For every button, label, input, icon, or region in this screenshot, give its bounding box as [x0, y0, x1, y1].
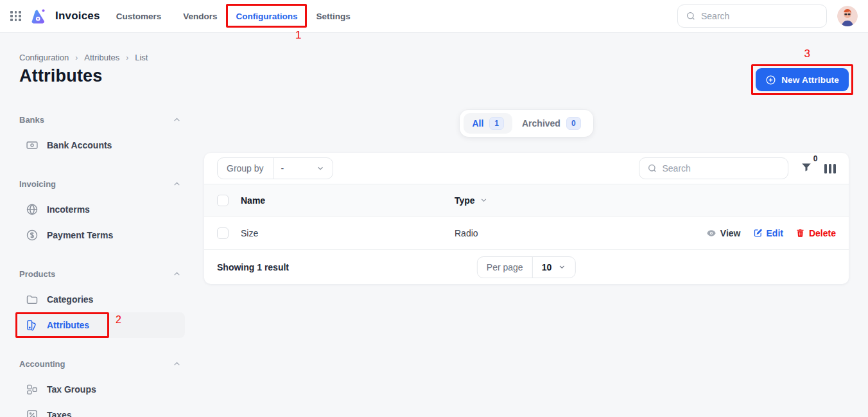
nav-customers[interactable]: Customers [105, 0, 173, 33]
per-page-select[interactable]: 10 [533, 257, 576, 278]
delete-action[interactable]: Delete [795, 228, 836, 238]
eye-icon [706, 228, 716, 238]
sidebar-item-label: Bank Accounts [47, 140, 112, 150]
filter-button[interactable]: 0 [801, 161, 812, 175]
funnel-icon [801, 161, 812, 175]
chevron-down-icon [558, 263, 566, 271]
section-title: Accounting [19, 359, 65, 369]
column-header-type-label: Type [455, 195, 475, 206]
sidebar-section-banks[interactable]: Banks [19, 107, 185, 132]
plus-circle-icon [765, 75, 776, 85]
breadcrumb-attributes[interactable]: Attributes [84, 53, 119, 62]
swatches-icon [26, 319, 39, 332]
sidebar-section-invoicing[interactable]: Invoicing [19, 171, 185, 197]
datagrid-search [639, 157, 788, 179]
tab-all-count-badge: 1 [489, 117, 504, 130]
new-attribute-label: New Attribute [781, 75, 839, 85]
chevron-up-icon [173, 360, 181, 368]
trash-icon [795, 228, 805, 238]
status-tabs-row: All 1 Archived 0 [204, 110, 849, 137]
nav-settings[interactable]: Settings [305, 0, 361, 33]
globe-icon [26, 203, 39, 216]
filter-count-badge: 0 [813, 154, 818, 163]
apps-grid-icon[interactable] [10, 11, 21, 21]
breadcrumb-separator-icon: › [75, 53, 78, 62]
user-avatar[interactable] [837, 6, 858, 26]
column-header-type[interactable]: Type [455, 195, 836, 206]
tab-archived[interactable]: Archived 0 [514, 113, 589, 134]
sidebar-item-taxes[interactable]: Taxes [19, 402, 185, 417]
pencil-square-icon [753, 228, 763, 238]
columns-icon[interactable] [824, 164, 837, 173]
breadcrumb-configuration[interactable]: Configuration [19, 53, 69, 62]
group-by-value: - [281, 163, 284, 173]
nav-vendors[interactable]: Vendors [172, 0, 228, 33]
chevron-up-icon [173, 116, 181, 124]
primary-nav: Customers Vendors Configurations 1 Setti… [105, 0, 361, 33]
status-tabs: All 1 Archived 0 [460, 110, 593, 137]
section-title: Invoicing [19, 179, 56, 189]
section-title: Products [19, 269, 55, 279]
breadcrumb-list[interactable]: List [135, 53, 148, 62]
tab-all[interactable]: All 1 [464, 113, 512, 134]
sidebar-item-label: Payment Terms [47, 230, 113, 240]
tab-all-label: All [472, 118, 483, 129]
nav-configurations[interactable]: Configurations [233, 11, 300, 22]
sidebar-item-bank-accounts[interactable]: Bank Accounts [19, 132, 185, 158]
delete-label: Delete [809, 228, 836, 238]
dollar-circle-icon [26, 229, 39, 242]
table-row: Size Radio View Edit [204, 217, 849, 250]
per-page-value: 10 [542, 262, 552, 272]
table-header-row: Name Type [204, 184, 849, 217]
chevron-up-icon [173, 180, 181, 188]
app-logo[interactable] [30, 8, 47, 25]
per-page-label: Per page [478, 257, 533, 278]
row-name: Size [241, 228, 455, 238]
navbar-search [677, 4, 827, 28]
new-attribute-area: New Attribute 3 [756, 68, 849, 91]
column-header-name: Name [241, 195, 455, 206]
sort-chevron-down-icon [480, 196, 488, 204]
object-group-icon [26, 383, 39, 396]
sidebar-item-tax-groups[interactable]: Tax Groups [19, 377, 185, 402]
sidebar-item-label: Tax Groups [47, 384, 96, 395]
datagrid-footer: Showing 1 result Per page 10 [204, 250, 849, 284]
sidebar-item-payment-terms[interactable]: Payment Terms [19, 222, 185, 248]
search-icon [686, 11, 696, 21]
datagrid-search-input[interactable] [663, 163, 780, 173]
tab-archived-label: Archived [522, 118, 560, 129]
row-checkbox[interactable] [217, 227, 229, 239]
sidebar-item-label: Incoterms [47, 204, 90, 215]
datagrid-toolbar: Group by - 0 [204, 153, 849, 184]
sidebar-item-incoterms[interactable]: Incoterms [19, 197, 185, 222]
new-attribute-button[interactable]: New Attribute [756, 68, 849, 91]
sidebar-item-categories[interactable]: Categories [19, 287, 185, 312]
page-body: Configuration › Attributes › List Attrib… [0, 33, 868, 417]
annotation-number-2: 2 [116, 314, 121, 326]
breadcrumb: Configuration › Attributes › List [19, 53, 148, 62]
search-icon [647, 163, 657, 173]
attributes-datagrid: Group by - 0 [204, 153, 849, 284]
sidebar-item-label: Categories [47, 294, 93, 305]
tab-archived-count-badge: 0 [566, 117, 581, 130]
sidebar-item-attributes[interactable]: Attributes 2 [19, 312, 185, 338]
annotation-number-3: 3 [804, 48, 810, 60]
view-label: View [720, 228, 741, 238]
select-all-checkbox[interactable] [217, 195, 229, 206]
app-title: Invoices [55, 10, 100, 22]
navbar-search-input[interactable] [701, 11, 819, 21]
results-count: Showing 1 result [217, 262, 289, 272]
edit-action[interactable]: Edit [753, 228, 783, 238]
sidebar-section-accounting[interactable]: Accounting [19, 351, 185, 377]
view-action[interactable]: View [706, 228, 741, 238]
bank-note-icon [26, 139, 39, 152]
group-by-select[interactable]: - [273, 158, 333, 179]
configuration-sidebar: Banks Bank Accounts Invoicing Incoterms [19, 107, 185, 417]
group-by-control: Group by - [217, 157, 333, 179]
group-by-label: Group by [218, 158, 273, 179]
sidebar-section-products[interactable]: Products [19, 261, 185, 287]
sidebar-item-label: Attributes [47, 320, 89, 330]
top-navbar: Invoices Customers Vendors Configuration… [0, 0, 868, 33]
edit-label: Edit [767, 228, 783, 238]
row-type: Radio [455, 228, 706, 238]
